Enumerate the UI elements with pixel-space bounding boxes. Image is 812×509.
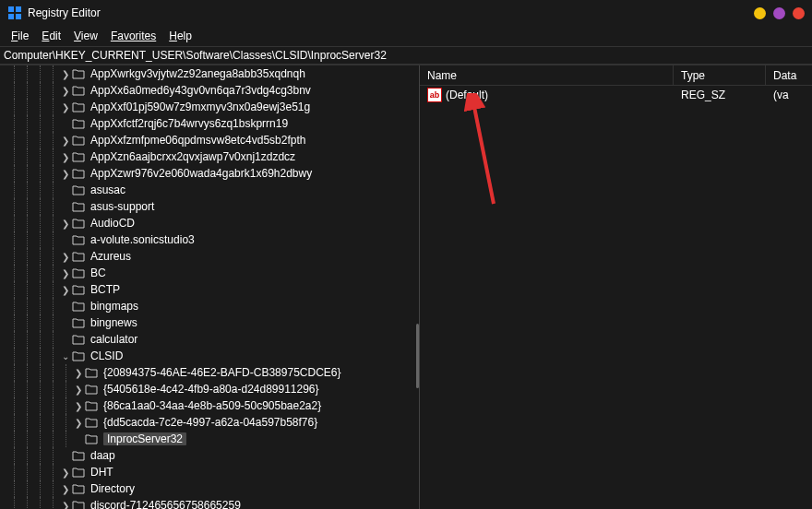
tree-item[interactable]: ❯AppXzwr976v2e060wada4gabrk1x69h2dbwy [0,165,419,182]
folder-icon [85,383,100,396]
values-pane[interactable]: Name Type Data ab(Default)REG_SZ(va [420,65,812,509]
tree-item[interactable]: ❯AppXxfzmfpme06qpdmsvw8etc4vd5sb2fpth [0,132,419,148]
column-data[interactable]: Data [766,65,812,85]
tree-item-label: {20894375-46AE-46E2-BAFD-CB38975CDCE6} [103,366,341,379]
chevron-none [59,233,72,246]
tree-item[interactable]: bingmaps [0,298,419,314]
tree-item-label: asusac [90,183,125,196]
chevron-right-icon[interactable]: ❯ [72,383,85,396]
svg-rect-1 [16,6,21,12]
chevron-none [59,183,72,196]
chevron-right-icon[interactable]: ❯ [59,167,72,180]
tree-item[interactable]: ❯Directory [0,480,419,497]
chevron-none [72,432,85,445]
tree-scrollbar-thumb[interactable] [416,324,419,388]
chevron-right-icon[interactable]: ❯ [59,499,72,509]
column-type[interactable]: Type [674,65,766,85]
chevron-right-icon[interactable]: ❯ [72,399,85,412]
tree-item[interactable]: calculator [0,331,419,348]
chevron-right-icon[interactable]: ❯ [72,416,85,429]
chevron-right-icon[interactable]: ❯ [59,466,72,479]
folder-icon [72,283,87,296]
tree-item[interactable]: ❯AppXzn6aajbcrxx2qvxjawp7v0xnj1zdzdcz [0,148,419,165]
tree-pane[interactable]: ❯AppXwrkgv3vjytw2z92anega8abb35xqdnqh❯Ap… [0,65,420,509]
tree-item[interactable]: ❯{20894375-46AE-46E2-BAFD-CB38975CDCE6} [0,364,419,381]
tree-item[interactable]: ❯{5405618e-4c42-4fb9-a80a-d24d89911296} [0,381,419,397]
tree-item[interactable]: ❯DHT [0,464,419,480]
tree-item[interactable]: asusac [0,182,419,198]
tree-item-label: InprocServer32 [103,432,186,445]
tree-item-label: daap [90,449,115,462]
chevron-right-icon[interactable]: ❯ [59,134,72,147]
folder-icon [72,167,87,180]
app-icon [7,6,22,20]
address-bar[interactable]: Computer\HKEY_CURRENT_USER\Software\Clas… [0,46,812,65]
column-name[interactable]: Name [420,65,674,85]
tree-item[interactable]: ❯AudioCD [0,215,419,231]
chevron-right-icon[interactable]: ❯ [59,283,72,296]
chevron-down-icon[interactable]: ⌄ [59,349,72,362]
menu-edit[interactable]: Edit [36,28,66,44]
menubar: File Edit View Favorites Help [0,26,812,46]
chevron-right-icon[interactable]: ❯ [59,101,72,113]
folder-icon [72,333,87,346]
chevron-right-icon[interactable]: ❯ [59,84,72,97]
menu-view[interactable]: View [68,28,103,44]
menu-file[interactable]: File [6,28,34,44]
window-title: Registry Editor [28,6,754,19]
chevron-right-icon[interactable]: ❯ [59,482,72,495]
tree-item-label: AppXxf01pj590w7z9mxmyv3nx0a9ewj3e51g [90,101,310,113]
tree-item[interactable]: AppXxfctf2rqj6c7b4wrvys6zq1bskprrn19 [0,115,419,132]
menu-favorites[interactable]: Favorites [105,28,161,44]
folder-icon [72,250,87,263]
tree-item[interactable]: asus-support [0,198,419,215]
tree-item[interactable]: ❯{86ca1aa0-34aa-4e8b-a509-50c905bae2a2} [0,397,419,414]
address-text: Computer\HKEY_CURRENT_USER\Software\Clas… [4,49,387,62]
chevron-right-icon[interactable]: ❯ [59,250,72,263]
chevron-right-icon[interactable]: ❯ [59,266,72,279]
folder-icon [72,134,87,147]
folder-icon [72,316,87,329]
tree-item[interactable]: InprocServer32 [0,431,419,447]
chevron-right-icon[interactable]: ❯ [59,67,72,80]
tree-item[interactable]: ❯BC [0,265,419,281]
tree-item-label: a-volute.sonicstudio3 [90,233,195,246]
chevron-right-icon[interactable]: ❯ [59,150,72,163]
tree-item-label: CLSID [90,349,123,362]
folder-icon [72,349,87,362]
tree-item-label: discord-712465656758665259 [90,499,241,509]
tree-item-label: AppXwrkgv3vjytw2z92anega8abb35xqdnqh [90,67,305,80]
value-name: (Default) [446,89,488,101]
chevron-right-icon[interactable]: ❯ [59,217,72,230]
folder-icon [72,499,87,509]
menu-help[interactable]: Help [163,28,197,44]
tree-item[interactable]: ❯AppXx6a0med6y43gv0vn6qa7r3vdg4cg3bnv [0,82,419,99]
tree-item[interactable]: ❯BCTP [0,281,419,298]
tree-item[interactable]: ❯{dd5cacda-7c2e-4997-a62a-04a597b58f76} [0,414,419,431]
minimize-button[interactable] [754,7,766,19]
tree-item-label: {5405618e-4c42-4fb9-a80a-d24d89911296} [103,383,319,396]
folder-icon [85,432,100,445]
svg-rect-3 [16,14,21,19]
tree-item[interactable]: daap [0,447,419,464]
tree-item-label: AppXzn6aajbcrxx2qvxjawp7v0xnj1zdzdcz [90,150,295,163]
tree-item[interactable]: ❯discord-712465656758665259 [0,497,419,509]
close-button[interactable] [793,7,805,19]
chevron-right-icon[interactable]: ❯ [72,366,85,379]
tree-item[interactable]: ❯AppXxf01pj590w7z9mxmyv3nx0a9ewj3e51g [0,99,419,115]
value-row[interactable]: ab(Default)REG_SZ(va [420,86,812,104]
folder-icon [72,482,87,495]
folder-icon [72,217,87,230]
tree-item-label: AppXx6a0med6y43gv0vn6qa7r3vdg4cg3bnv [90,84,311,97]
folder-icon [72,183,87,196]
titlebar: Registry Editor [0,0,812,26]
maximize-button[interactable] [773,7,785,19]
tree-item[interactable]: ❯Azureus [0,248,419,265]
tree-item-label: {86ca1aa0-34aa-4e8b-a509-50c905bae2a2} [103,399,321,412]
folder-icon [85,416,100,429]
tree-item[interactable]: ⌄CLSID [0,348,419,364]
tree-item[interactable]: ❯AppXwrkgv3vjytw2z92anega8abb35xqdnqh [0,65,419,82]
chevron-none [59,316,72,329]
tree-item[interactable]: a-volute.sonicstudio3 [0,231,419,248]
tree-item[interactable]: bingnews [0,314,419,331]
